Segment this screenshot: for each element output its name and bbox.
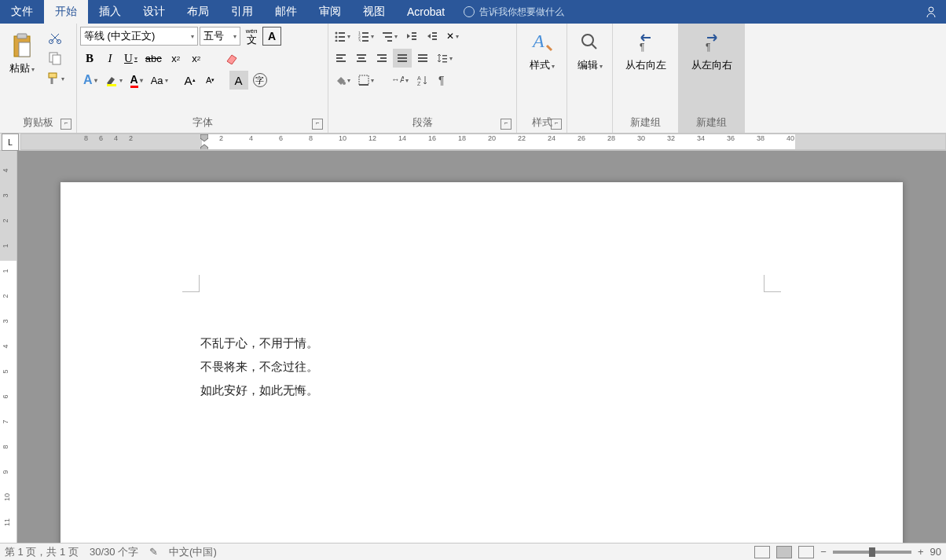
grid-icon: ↔A	[391, 75, 404, 86]
bold-button[interactable]: B	[80, 49, 99, 68]
ltr-button[interactable]: ¶ 从左向右	[682, 25, 741, 75]
share-button[interactable]	[919, 0, 946, 24]
clipboard-launcher[interactable]: ⌐	[60, 119, 72, 130]
subscript-button[interactable]: x2	[167, 49, 185, 68]
svg-point-10	[336, 32, 338, 35]
person-icon	[926, 5, 940, 19]
rtl-button[interactable]: ¶ 从右向左	[616, 25, 675, 75]
borders-button[interactable]: ▾	[355, 71, 377, 90]
paragraph-launcher[interactable]: ⌐	[500, 119, 512, 130]
numbering-button[interactable]: 123▾	[355, 27, 377, 46]
tell-me[interactable]: 告诉我你想要做什么	[456, 0, 572, 24]
zoom-out-button[interactable]: −	[820, 546, 827, 558]
zoom-slider[interactable]	[833, 551, 911, 554]
grow-font-button[interactable]: A▴	[181, 71, 200, 90]
font-size-value: 五号	[204, 29, 224, 43]
tab-file[interactable]: 文件	[0, 0, 44, 24]
font-launcher[interactable]: ⌐	[312, 119, 323, 130]
svg-rect-22	[383, 32, 392, 34]
print-layout-button[interactable]	[776, 546, 792, 558]
svg-rect-17	[362, 32, 368, 34]
ruler-vertical[interactable]: 43211234567891011	[0, 151, 17, 543]
line-spacing-button[interactable]: ▾	[434, 49, 456, 68]
multilevel-button[interactable]: ▾	[379, 27, 401, 46]
font-size-select[interactable]: 五号▾	[200, 27, 240, 46]
format-painter-button[interactable]: ▾	[42, 69, 68, 88]
svg-rect-36	[357, 60, 366, 62]
tab-references[interactable]: 引用	[220, 0, 264, 24]
tab-layout[interactable]: 布局	[176, 0, 220, 24]
bullets-button[interactable]: ▾	[332, 27, 354, 46]
find-button[interactable]: 编辑▾	[570, 25, 609, 75]
increase-indent-button[interactable]	[423, 27, 442, 46]
enclose-char-button[interactable]: 字	[250, 71, 270, 90]
tab-acrobat[interactable]: Acrobat	[396, 0, 456, 24]
text-line: 不乱于心，不用于情。	[200, 331, 318, 355]
indent-icon	[427, 31, 438, 42]
styles-launcher[interactable]: ⌐	[551, 119, 562, 130]
page-count[interactable]: 第 1 页，共 1 页	[5, 545, 79, 559]
zoom-level[interactable]: 90	[930, 546, 941, 558]
font-color-button[interactable]: A▾	[127, 71, 146, 90]
font-name-value: 等线 (中文正文)	[84, 29, 155, 43]
tab-design[interactable]: 设计	[132, 0, 176, 24]
styles-icon: A	[530, 28, 555, 57]
shading-button[interactable]: ▾	[332, 71, 354, 90]
styles-button[interactable]: A 样式▾	[520, 25, 563, 75]
svg-text:3: 3	[358, 38, 361, 42]
text-effects-button[interactable]: A▾	[80, 71, 101, 90]
superscript-button[interactable]: x2	[187, 49, 206, 68]
styles-group-label: 样式⌐	[520, 115, 563, 131]
tab-selector[interactable]: L	[2, 134, 19, 151]
italic-button[interactable]: I	[101, 49, 119, 68]
hruler-scale[interactable]: 8642246810121416182022242628303234363840…	[20, 134, 946, 150]
tab-insert[interactable]: 插入	[88, 0, 132, 24]
read-mode-button[interactable]	[754, 546, 770, 558]
tab-home[interactable]: 开始	[44, 0, 88, 24]
margin-mark-tr	[764, 275, 781, 292]
align-right-button[interactable]	[372, 49, 391, 68]
strikethrough-button[interactable]: abc	[142, 49, 165, 68]
svg-text:↔A: ↔A	[391, 75, 404, 84]
paste-button[interactable]: 粘贴▾	[3, 28, 41, 79]
document-text[interactable]: 不乱于心，不用于情。 不畏将来，不念过往。 如此安好，如此无悔。	[200, 331, 318, 402]
tab-view[interactable]: 视图	[352, 0, 396, 24]
language[interactable]: 中文(中国)	[169, 545, 217, 559]
web-layout-button[interactable]	[798, 546, 814, 558]
scissors-icon	[48, 31, 62, 45]
tab-mail[interactable]: 邮件	[264, 0, 308, 24]
group-rtl: ¶ 从右向左 新建组	[613, 24, 679, 133]
svg-rect-24	[387, 40, 392, 42]
char-border-button[interactable]: A	[262, 27, 281, 46]
align-center-button[interactable]	[352, 49, 371, 68]
svg-text:A: A	[417, 75, 421, 81]
clear-format-button[interactable]	[222, 49, 242, 68]
bucket-icon	[335, 75, 346, 86]
shrink-font-button[interactable]: A▾	[201, 71, 220, 90]
show-marks-button[interactable]: ¶	[434, 71, 453, 90]
titlebar: 文件 开始 插入 设计 布局 引用 邮件 审阅 视图 Acrobat 告诉我你想…	[0, 0, 946, 24]
distribute-button[interactable]	[413, 49, 432, 68]
justify-button[interactable]	[393, 49, 412, 68]
tab-review[interactable]: 审阅	[308, 0, 352, 24]
asian-layout-button[interactable]: ✕▾	[443, 27, 462, 46]
sort-button[interactable]: AZ	[413, 71, 432, 90]
svg-point-0	[929, 7, 933, 12]
cut-button[interactable]	[45, 28, 65, 47]
zoom-in-button[interactable]: +	[918, 546, 924, 558]
change-case-button[interactable]: Aa▾	[148, 71, 171, 90]
decrease-indent-button[interactable]	[402, 27, 421, 46]
svg-rect-8	[49, 73, 57, 78]
highlight-button[interactable]: ▾	[102, 71, 126, 90]
document-area[interactable]: 不乱于心，不用于情。 不畏将来，不念过往。 如此安好，如此无悔。	[17, 151, 946, 543]
char-shading-button[interactable]: A	[229, 71, 248, 90]
underline-button[interactable]: U▾	[121, 49, 141, 68]
word-count[interactable]: 30/30 个字	[90, 545, 138, 559]
align-left-button[interactable]	[332, 49, 350, 68]
spellcheck-icon[interactable]: ✎	[149, 546, 158, 558]
phonetic-guide-button[interactable]: wén文	[242, 27, 261, 46]
svg-rect-32	[336, 57, 343, 59]
copy-button[interactable]	[45, 49, 65, 68]
snap-to-grid-button[interactable]: ↔A▾	[388, 71, 412, 90]
font-name-select[interactable]: 等线 (中文正文)▾	[80, 27, 198, 46]
